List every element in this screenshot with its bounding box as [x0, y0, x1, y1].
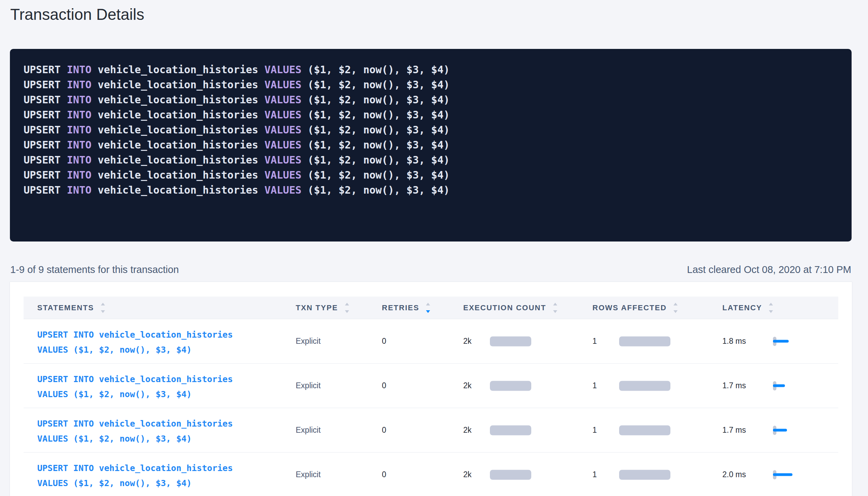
rows-affected-value: 1 [592, 470, 597, 479]
sql-values-keyword: VALUES [264, 124, 301, 136]
statement-row: UPSERT INTO vehicle_location_histories V… [24, 319, 838, 364]
sql-upsert-keyword: UPSERT [24, 169, 67, 181]
sql-into-keyword: INTO [67, 169, 91, 181]
sort-asc-icon [553, 303, 557, 305]
sql-arguments: ($1, $2, now(), $3, $4) [302, 169, 450, 181]
column-header-execution-count[interactable]: EXECUTION COUNT [450, 303, 579, 313]
statement-line-2: VALUES ($1, $2, now(), $3, $4) [37, 476, 192, 491]
sql-statement-line: UPSERT INTO vehicle_location_histories V… [24, 153, 838, 168]
sql-values-keyword: VALUES [264, 94, 301, 106]
column-header-txn-type-label: TXN TYPE [296, 303, 338, 312]
column-header-statements[interactable]: STATEMENTS [24, 303, 282, 313]
latency-cell: 1.7 ms [709, 364, 838, 408]
sql-arguments: ($1, $2, now(), $3, $4) [302, 94, 450, 106]
rows-affected-value: 1 [592, 337, 597, 346]
statement-link[interactable]: UPSERT INTO vehicle_location_histories V… [24, 364, 282, 408]
retries-cell: 0 [368, 364, 450, 408]
latency-bar [773, 384, 785, 387]
latency-cell: 2.0 ms [709, 453, 838, 496]
column-header-latency[interactable]: LATENCY [709, 303, 838, 313]
execution-count-value: 2k [463, 381, 471, 390]
sql-upsert-keyword: UPSERT [24, 124, 67, 136]
execution-count-bar [490, 470, 531, 480]
statement-row: UPSERT INTO vehicle_location_histories V… [24, 453, 838, 496]
sql-upsert-keyword: UPSERT [24, 79, 67, 91]
sort-arrows-retries[interactable] [426, 303, 430, 313]
sort-desc-icon [101, 310, 105, 313]
rows-affected-cell: 1 [579, 319, 709, 363]
sort-asc-icon [101, 303, 105, 305]
sql-upsert-keyword: UPSERT [24, 184, 67, 196]
sort-arrows-txn-type[interactable] [345, 303, 349, 313]
transaction-sql-box: UPSERT INTO vehicle_location_histories V… [10, 49, 852, 242]
statement-row: UPSERT INTO vehicle_location_histories V… [24, 408, 838, 453]
txn-type-cell: Explicit [282, 453, 368, 496]
sort-asc-icon [673, 303, 678, 305]
sql-arguments: ($1, $2, now(), $3, $4) [302, 64, 450, 76]
sql-into-keyword: INTO [67, 139, 91, 151]
execution-count-cell: 2k [450, 408, 579, 452]
sort-asc-icon [769, 303, 773, 305]
statement-link[interactable]: UPSERT INTO vehicle_location_histories V… [24, 319, 282, 363]
sql-arguments: ($1, $2, now(), $3, $4) [302, 124, 450, 136]
retries-cell: 0 [368, 453, 450, 496]
sql-values-keyword: VALUES [264, 79, 301, 91]
sql-statement-line: UPSERT INTO vehicle_location_histories V… [24, 183, 838, 198]
execution-count-value: 2k [463, 337, 471, 346]
sort-arrows-rows-affected[interactable] [673, 303, 678, 313]
execution-count-bar [490, 381, 531, 391]
retries-cell: 0 [368, 408, 450, 452]
sql-upsert-keyword: UPSERT [24, 109, 67, 121]
sql-upsert-keyword: UPSERT [24, 139, 67, 151]
sort-arrows-execution-count[interactable] [553, 303, 557, 313]
sql-upsert-keyword: UPSERT [24, 94, 67, 106]
column-header-rows-affected[interactable]: ROWS AFFECTED [579, 303, 709, 313]
column-header-latency-label: LATENCY [722, 303, 762, 312]
sql-into-keyword: INTO [67, 154, 91, 166]
execution-count-bar [490, 336, 531, 346]
sort-arrows-statements[interactable] [101, 303, 105, 313]
sql-values-keyword: VALUES [264, 139, 301, 151]
execution-count-value: 2k [463, 470, 471, 479]
sql-values-keyword: VALUES [264, 64, 301, 76]
sql-values-keyword: VALUES [264, 154, 301, 166]
sort-asc-icon [345, 303, 349, 305]
sql-into-keyword: INTO [67, 94, 91, 106]
sql-upsert-keyword: UPSERT [24, 64, 67, 76]
statement-link[interactable]: UPSERT INTO vehicle_location_histories V… [24, 408, 282, 452]
sort-desc-icon [345, 310, 349, 313]
statement-line-1: UPSERT INTO vehicle_location_histories [37, 327, 233, 342]
sql-statement-line: UPSERT INTO vehicle_location_histories V… [24, 62, 838, 77]
rows-affected-cell: 1 [579, 453, 709, 496]
column-header-retries[interactable]: RETRIES [368, 303, 450, 313]
column-header-retries-label: RETRIES [382, 303, 419, 312]
sql-into-keyword: INTO [67, 79, 91, 91]
sql-statement-line: UPSERT INTO vehicle_location_histories V… [24, 77, 838, 92]
sql-upsert-keyword: UPSERT [24, 154, 67, 166]
page-title: Transaction Details [10, 5, 144, 24]
execution-count-cell: 2k [450, 319, 579, 363]
sort-desc-icon [673, 310, 678, 313]
sql-arguments: ($1, $2, now(), $3, $4) [302, 109, 450, 121]
sort-asc-icon [426, 303, 430, 305]
sql-values-keyword: VALUES [264, 109, 301, 121]
execution-count-cell: 2k [450, 364, 579, 408]
column-header-txn-type[interactable]: TXN TYPE [282, 303, 368, 313]
sql-table-name: vehicle_location_histories [92, 139, 265, 151]
sort-desc-icon [553, 310, 557, 313]
execution-count-cell: 2k [450, 453, 579, 496]
sql-statement-line: UPSERT INTO vehicle_location_histories V… [24, 168, 838, 183]
sort-arrows-latency[interactable] [769, 303, 773, 313]
latency-cell: 1.8 ms [709, 319, 838, 363]
sql-into-keyword: INTO [67, 124, 91, 136]
sql-table-name: vehicle_location_histories [92, 79, 265, 91]
sql-table-name: vehicle_location_histories [92, 169, 265, 181]
sql-into-keyword: INTO [67, 109, 91, 121]
latency-value: 1.7 ms [722, 381, 746, 390]
latency-bar [773, 340, 789, 343]
sql-statement-line: UPSERT INTO vehicle_location_histories V… [24, 122, 838, 138]
latency-bar [773, 473, 792, 476]
statement-line-2: VALUES ($1, $2, now(), $3, $4) [37, 342, 192, 357]
statement-link[interactable]: UPSERT INTO vehicle_location_histories V… [24, 453, 282, 496]
sql-table-name: vehicle_location_histories [92, 109, 265, 121]
